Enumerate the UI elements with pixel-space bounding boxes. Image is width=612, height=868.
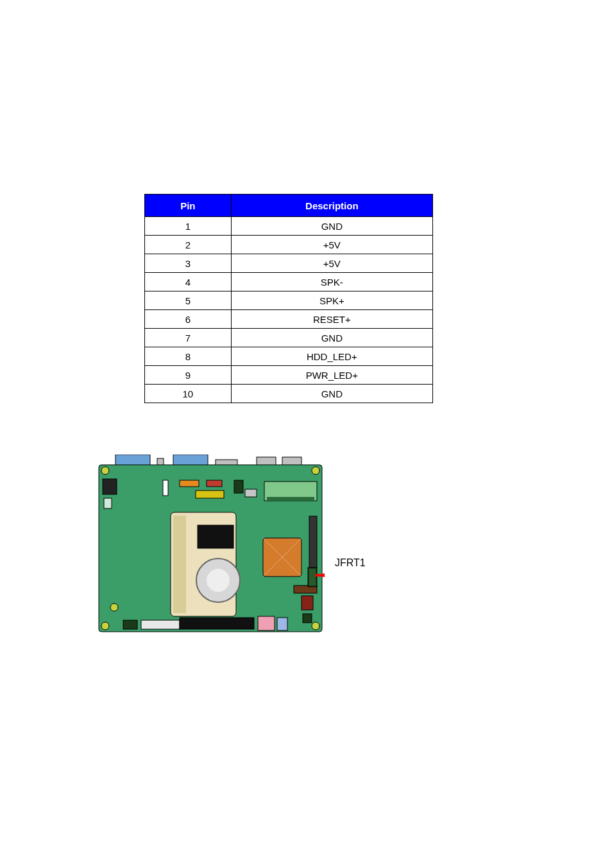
- cell-desc: +5V: [231, 236, 432, 254]
- table-row: 4SPK-: [145, 273, 433, 291]
- cell-pin: 7: [145, 329, 232, 347]
- svg-rect-35: [303, 614, 312, 623]
- svg-rect-34: [302, 596, 313, 610]
- cell-pin: 2: [145, 236, 232, 254]
- svg-rect-7: [103, 479, 117, 494]
- cell-desc: HDD_LED+: [231, 347, 432, 366]
- svg-rect-8: [104, 498, 112, 508]
- cell-desc: GND: [231, 385, 432, 403]
- svg-rect-11: [196, 490, 224, 498]
- svg-point-17: [101, 467, 109, 474]
- table-row: 6RESET+: [145, 310, 433, 329]
- svg-rect-37: [141, 620, 180, 629]
- svg-rect-10: [180, 480, 199, 487]
- svg-rect-36: [123, 620, 137, 629]
- cell-pin: 3: [145, 254, 232, 273]
- cell-pin: 9: [145, 366, 232, 385]
- cell-desc: RESET+: [231, 310, 432, 329]
- svg-point-19: [101, 622, 109, 630]
- board-diagram: [96, 455, 325, 635]
- table-row: 1GND: [145, 217, 433, 236]
- svg-rect-30: [309, 516, 317, 568]
- svg-rect-23: [173, 516, 186, 613]
- table-row: 8HDD_LED+: [145, 347, 433, 366]
- cell-desc: SPK+: [231, 291, 432, 310]
- cell-desc: +5V: [231, 254, 432, 273]
- svg-rect-13: [234, 480, 243, 493]
- table-row: 10GND: [145, 385, 433, 403]
- svg-rect-12: [207, 480, 222, 487]
- cell-pin: 4: [145, 273, 232, 291]
- cell-desc: GND: [231, 329, 432, 347]
- cell-desc: PWR_LED+: [231, 366, 432, 385]
- col-header-desc: Description: [231, 195, 432, 217]
- cell-pin: 5: [145, 291, 232, 310]
- col-header-pin: Pin: [145, 195, 232, 217]
- table-row: 3+5V: [145, 254, 433, 273]
- cell-pin: 10: [145, 385, 232, 403]
- svg-rect-24: [198, 525, 234, 548]
- table-row: 9PWR_LED+: [145, 366, 433, 385]
- cell-desc: GND: [231, 217, 432, 236]
- svg-rect-14: [245, 489, 257, 497]
- cell-pin: 6: [145, 310, 232, 329]
- table-row: 5SPK+: [145, 291, 433, 310]
- cell-pin: 8: [145, 347, 232, 366]
- table-row: 2+5V: [145, 236, 433, 254]
- svg-rect-39: [258, 616, 275, 630]
- svg-point-20: [312, 622, 319, 630]
- svg-rect-33: [309, 569, 316, 586]
- svg-rect-9: [163, 480, 168, 496]
- cell-pin: 1: [145, 217, 232, 236]
- svg-point-26: [207, 569, 230, 592]
- svg-point-18: [312, 467, 319, 474]
- table-row: 7GND: [145, 329, 433, 347]
- pin-description-table: Pin Description 1GND 2+5V 3+5V 4SPK- 5SP…: [144, 194, 433, 403]
- svg-rect-40: [277, 618, 287, 630]
- cell-desc: SPK-: [231, 273, 432, 291]
- board-callout-label: JFRT1: [335, 557, 366, 569]
- svg-rect-16: [267, 497, 314, 501]
- svg-rect-38: [180, 618, 254, 629]
- svg-point-21: [110, 603, 118, 611]
